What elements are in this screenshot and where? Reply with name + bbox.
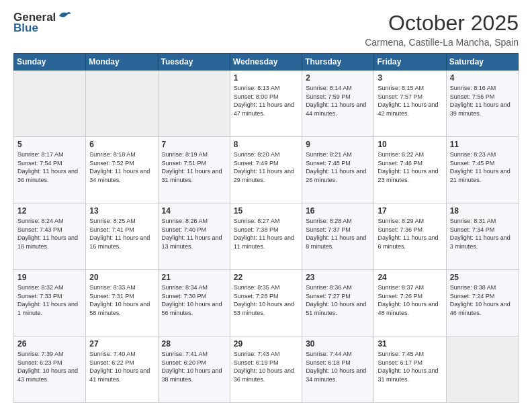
calendar-cell: 3Sunrise: 8:15 AMSunset: 7:57 PMDaylight… bbox=[374, 71, 446, 137]
day-info: Sunrise: 8:28 AMSunset: 7:37 PMDaylight:… bbox=[306, 217, 370, 250]
day-info: Sunrise: 8:26 AMSunset: 7:40 PMDaylight:… bbox=[162, 217, 226, 250]
day-number: 22 bbox=[234, 273, 298, 282]
day-number: 1 bbox=[234, 73, 298, 83]
day-info: Sunrise: 8:27 AMSunset: 7:38 PMDaylight:… bbox=[234, 217, 298, 250]
day-number: 12 bbox=[17, 206, 82, 216]
day-info: Sunrise: 8:22 AMSunset: 7:46 PMDaylight:… bbox=[378, 150, 442, 184]
calendar-cell: 22Sunrise: 8:35 AMSunset: 7:28 PMDayligh… bbox=[230, 270, 302, 336]
day-number: 6 bbox=[89, 140, 154, 149]
day-info: Sunrise: 7:43 AMSunset: 6:19 PMDaylight:… bbox=[234, 350, 298, 383]
calendar-cell: 1Sunrise: 8:13 AMSunset: 8:00 PMDaylight… bbox=[230, 71, 302, 137]
logo: General Blue bbox=[13, 11, 72, 35]
day-number: 24 bbox=[378, 273, 442, 282]
calendar-cell: 11Sunrise: 8:23 AMSunset: 7:45 PMDayligh… bbox=[446, 137, 518, 203]
title-block: October 2025 Carmena, Castille-La Mancha… bbox=[365, 11, 519, 48]
calendar-week-row: 12Sunrise: 8:24 AMSunset: 7:43 PMDayligh… bbox=[14, 203, 519, 270]
day-number: 11 bbox=[450, 140, 515, 149]
day-number: 13 bbox=[89, 206, 154, 216]
day-info: Sunrise: 8:14 AMSunset: 7:59 PMDaylight:… bbox=[306, 84, 370, 118]
day-info: Sunrise: 8:19 AMSunset: 7:51 PMDaylight:… bbox=[162, 150, 226, 184]
day-number: 29 bbox=[234, 339, 298, 349]
col-header-sunday: Sunday bbox=[14, 54, 86, 71]
day-number: 19 bbox=[17, 273, 82, 282]
day-info: Sunrise: 8:32 AMSunset: 7:33 PMDaylight:… bbox=[17, 283, 82, 317]
day-info: Sunrise: 8:16 AMSunset: 7:56 PMDaylight:… bbox=[450, 84, 515, 118]
calendar-cell: 14Sunrise: 8:26 AMSunset: 7:40 PMDayligh… bbox=[158, 203, 230, 270]
day-info: Sunrise: 8:18 AMSunset: 7:52 PMDaylight:… bbox=[89, 150, 154, 184]
calendar-cell: 18Sunrise: 8:31 AMSunset: 7:34 PMDayligh… bbox=[446, 203, 518, 270]
day-info: Sunrise: 8:38 AMSunset: 7:24 PMDaylight:… bbox=[450, 283, 515, 317]
day-number: 31 bbox=[378, 339, 442, 349]
day-info: Sunrise: 8:20 AMSunset: 7:49 PMDaylight:… bbox=[234, 150, 298, 184]
calendar-cell: 23Sunrise: 8:36 AMSunset: 7:27 PMDayligh… bbox=[302, 270, 374, 336]
calendar-week-row: 1Sunrise: 8:13 AMSunset: 8:00 PMDaylight… bbox=[14, 71, 519, 137]
calendar-cell: 24Sunrise: 8:37 AMSunset: 7:26 PMDayligh… bbox=[374, 270, 446, 336]
day-info: Sunrise: 8:35 AMSunset: 7:28 PMDaylight:… bbox=[234, 283, 298, 317]
calendar-cell: 26Sunrise: 7:39 AMSunset: 6:23 PMDayligh… bbox=[14, 336, 86, 403]
calendar-cell: 27Sunrise: 7:40 AMSunset: 6:22 PMDayligh… bbox=[86, 336, 158, 403]
day-number: 20 bbox=[89, 273, 154, 282]
col-header-friday: Friday bbox=[374, 54, 446, 71]
calendar-cell bbox=[446, 336, 518, 403]
day-number: 18 bbox=[450, 206, 515, 216]
calendar-cell: 20Sunrise: 8:33 AMSunset: 7:31 PMDayligh… bbox=[86, 270, 158, 336]
calendar-week-row: 5Sunrise: 8:17 AMSunset: 7:54 PMDaylight… bbox=[14, 137, 519, 203]
calendar-week-row: 26Sunrise: 7:39 AMSunset: 6:23 PMDayligh… bbox=[14, 336, 519, 403]
calendar-cell: 6Sunrise: 8:18 AMSunset: 7:52 PMDaylight… bbox=[86, 137, 158, 203]
calendar-cell: 4Sunrise: 8:16 AMSunset: 7:56 PMDaylight… bbox=[446, 71, 518, 137]
day-number: 14 bbox=[162, 206, 226, 216]
day-info: Sunrise: 8:36 AMSunset: 7:27 PMDaylight:… bbox=[306, 283, 370, 317]
calendar-cell: 5Sunrise: 8:17 AMSunset: 7:54 PMDaylight… bbox=[14, 137, 86, 203]
day-number: 4 bbox=[450, 73, 515, 83]
day-info: Sunrise: 8:17 AMSunset: 7:54 PMDaylight:… bbox=[17, 150, 82, 184]
day-number: 16 bbox=[306, 206, 370, 216]
day-number: 9 bbox=[306, 140, 370, 149]
logo-bird-icon bbox=[57, 9, 72, 24]
location: Carmena, Castille-La Mancha, Spain bbox=[365, 37, 519, 48]
day-number: 2 bbox=[306, 73, 370, 83]
day-number: 26 bbox=[17, 339, 82, 349]
day-number: 5 bbox=[17, 140, 82, 149]
calendar-cell: 9Sunrise: 8:21 AMSunset: 7:48 PMDaylight… bbox=[302, 137, 374, 203]
col-header-saturday: Saturday bbox=[446, 54, 518, 71]
day-info: Sunrise: 8:13 AMSunset: 8:00 PMDaylight:… bbox=[234, 84, 298, 118]
header: General Blue October 2025 Carmena, Casti… bbox=[13, 11, 519, 48]
calendar-cell: 16Sunrise: 8:28 AMSunset: 7:37 PMDayligh… bbox=[302, 203, 374, 270]
day-number: 17 bbox=[378, 206, 442, 216]
day-number: 28 bbox=[162, 339, 226, 349]
calendar-cell: 7Sunrise: 8:19 AMSunset: 7:51 PMDaylight… bbox=[158, 137, 230, 203]
calendar-week-row: 19Sunrise: 8:32 AMSunset: 7:33 PMDayligh… bbox=[14, 270, 519, 336]
calendar-cell: 15Sunrise: 8:27 AMSunset: 7:38 PMDayligh… bbox=[230, 203, 302, 270]
day-info: Sunrise: 8:24 AMSunset: 7:43 PMDaylight:… bbox=[17, 217, 82, 250]
day-number: 10 bbox=[378, 140, 442, 149]
day-info: Sunrise: 7:44 AMSunset: 6:18 PMDaylight:… bbox=[306, 350, 370, 383]
col-header-thursday: Thursday bbox=[302, 54, 374, 71]
day-info: Sunrise: 8:33 AMSunset: 7:31 PMDaylight:… bbox=[89, 283, 154, 317]
calendar-cell: 8Sunrise: 8:20 AMSunset: 7:49 PMDaylight… bbox=[230, 137, 302, 203]
calendar-cell: 19Sunrise: 8:32 AMSunset: 7:33 PMDayligh… bbox=[14, 270, 86, 336]
col-header-monday: Monday bbox=[86, 54, 158, 71]
day-number: 3 bbox=[378, 73, 442, 83]
day-info: Sunrise: 7:45 AMSunset: 6:17 PMDaylight:… bbox=[378, 350, 442, 383]
calendar-cell bbox=[86, 71, 158, 137]
calendar-cell: 30Sunrise: 7:44 AMSunset: 6:18 PMDayligh… bbox=[302, 336, 374, 403]
calendar-cell bbox=[158, 71, 230, 137]
day-number: 30 bbox=[306, 339, 370, 349]
day-number: 27 bbox=[89, 339, 154, 349]
calendar-cell: 13Sunrise: 8:25 AMSunset: 7:41 PMDayligh… bbox=[86, 203, 158, 270]
col-header-wednesday: Wednesday bbox=[230, 54, 302, 71]
day-number: 25 bbox=[450, 273, 515, 282]
page: General Blue October 2025 Carmena, Casti… bbox=[0, 0, 532, 411]
month-title: October 2025 bbox=[365, 11, 519, 36]
day-info: Sunrise: 8:23 AMSunset: 7:45 PMDaylight:… bbox=[450, 150, 515, 184]
calendar-header-row: Sunday Monday Tuesday Wednesday Thursday… bbox=[14, 54, 519, 71]
day-info: Sunrise: 7:39 AMSunset: 6:23 PMDaylight:… bbox=[17, 350, 82, 383]
calendar-table: Sunday Monday Tuesday Wednesday Thursday… bbox=[13, 53, 519, 403]
day-info: Sunrise: 7:41 AMSunset: 6:20 PMDaylight:… bbox=[162, 350, 226, 383]
day-info: Sunrise: 8:34 AMSunset: 7:30 PMDaylight:… bbox=[162, 283, 226, 317]
day-number: 23 bbox=[306, 273, 370, 282]
calendar-cell bbox=[14, 71, 86, 137]
calendar-cell: 28Sunrise: 7:41 AMSunset: 6:20 PMDayligh… bbox=[158, 336, 230, 403]
day-info: Sunrise: 8:37 AMSunset: 7:26 PMDaylight:… bbox=[378, 283, 442, 317]
day-number: 8 bbox=[234, 140, 298, 149]
